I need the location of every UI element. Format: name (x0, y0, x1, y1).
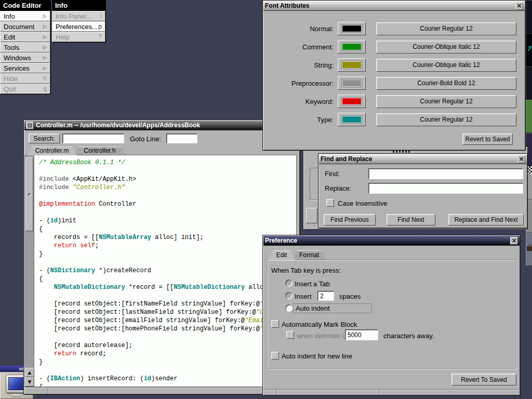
info-submenu: Info Info Panel...iPreferences...pHelp? (52, 0, 105, 42)
replace-input[interactable] (368, 183, 523, 194)
editor-resize-bar[interactable] (24, 387, 299, 394)
menu-item-edit[interactable]: Edit▷ (0, 32, 50, 42)
string-color-well[interactable] (338, 58, 366, 72)
scrollbar-knob[interactable] (25, 157, 33, 231)
delimiter-distance-input[interactable] (345, 329, 378, 340)
menu-item-label: Info (4, 12, 15, 20)
type-color-well[interactable] (338, 113, 366, 126)
find-next-button[interactable]: Find Next (387, 214, 435, 225)
code-line (39, 333, 296, 341)
when-delimiter-label: when delimiter i (297, 332, 343, 340)
menu-item-tools[interactable]: Tools▷ (0, 42, 50, 52)
normal-font-button[interactable]: Courier Regular 12 (376, 22, 516, 35)
comment-color-swatch (342, 43, 362, 50)
menu-item-quit[interactable]: Quitq (0, 84, 50, 94)
tab-key-heading: When Tab key is press: (271, 267, 341, 274)
code-line: return self; (39, 242, 296, 250)
font-attributes-titlebar[interactable]: Font Attributes × (263, 1, 525, 11)
tab-controller-h[interactable]: Controller.h (74, 147, 126, 155)
auto-indent-new-line-checkbox[interactable] (271, 352, 279, 360)
menu-item-services[interactable]: Services▷ (0, 63, 50, 73)
preprocessor-font-button[interactable]: Courier-Bold Bold 12 (376, 77, 516, 90)
code-line (39, 192, 296, 200)
scroll-up-button[interactable]: ▲ (25, 368, 34, 377)
search-button[interactable]: Search: (29, 134, 60, 143)
font-attr-label: Keyword: (263, 98, 334, 105)
menu-key-equivalent: ? (98, 33, 102, 41)
miniaturize-button[interactable] (26, 122, 34, 129)
preference-tabbar: Edit Format (268, 250, 515, 260)
close-icon[interactable]: × (517, 155, 525, 163)
when-delimiter-checkbox[interactable] (286, 331, 294, 339)
auto-indent-radio[interactable] (285, 304, 292, 312)
menu-item-label: Info Panel... (56, 12, 91, 20)
editor-titlebar[interactable]: Controller.m -- /usr/home/dvu/devel/Apps… (24, 121, 299, 130)
menu-item-windows[interactable]: Windows▷ (0, 52, 50, 63)
info-submenu-title[interactable]: Info (52, 0, 105, 11)
string-font-button[interactable]: Courier-Oblique Italic 12 (376, 59, 516, 72)
goto-line-input[interactable] (166, 134, 197, 143)
code-line (39, 291, 296, 300)
wterm-monitor-stand (12, 394, 21, 396)
replace-and-find-next-button[interactable]: Replace and Find Next (448, 214, 524, 225)
menu-item-hide[interactable]: Hideh (0, 73, 50, 84)
code-line: } (39, 358, 296, 366)
insert-spaces-label: Insert (295, 292, 312, 300)
code-line: #include "Controller.h" (39, 183, 296, 192)
comment-color-well[interactable] (338, 40, 366, 54)
preference-resize-bar[interactable] (263, 389, 520, 395)
menu-item-info-panel[interactable]: Info Panel...i (52, 11, 105, 21)
code-line (39, 258, 296, 267)
code-line: /* AddressBook 0.1.1 */ (39, 158, 296, 167)
insert-spaces-radio[interactable] (285, 292, 292, 299)
dock-tile-briefcase[interactable] (526, 233, 532, 266)
menu-item-info[interactable]: Info▷ (0, 11, 50, 21)
type-font-button[interactable]: Courier Regular 12 (376, 113, 516, 126)
revert-to-saved-button[interactable]: Revert to Saved (462, 134, 513, 145)
dock-tile-glyph: 7 (527, 45, 531, 52)
find-replace-title: Find and Replace (321, 155, 372, 163)
vertical-scrollbar[interactable]: ▲ ▼ (25, 155, 34, 387)
submenu-arrow-icon: ▷ (43, 45, 47, 50)
desktop: 7 wterm Controller.m -- /usr/home/dvu/de… (0, 0, 532, 399)
dock-tile-image[interactable] (526, 100, 532, 133)
keyword-color-well[interactable] (338, 95, 366, 108)
insert-a-tab-radio[interactable] (285, 280, 292, 287)
automatically-mark-block-checkbox[interactable] (271, 320, 279, 328)
revert-to-saved-button[interactable]: Revert To Saved (451, 374, 516, 385)
search-input[interactable] (62, 134, 124, 143)
find-previous-button[interactable]: Find Previous (324, 214, 376, 225)
keyword-font-button[interactable]: Courier Regular 12 (376, 95, 516, 108)
scroll-down-button[interactable]: ▼ (25, 377, 34, 387)
resize-bar-divider (379, 390, 380, 395)
code-line (39, 167, 296, 175)
find-replace-titlebar[interactable]: Find and Replace × (319, 154, 527, 164)
comment-font-button[interactable]: Courier-Oblique Italic 12 (376, 41, 516, 54)
normal-color-well[interactable] (338, 22, 366, 35)
preference-window: Preference × Edit Format When Tab key is… (262, 235, 521, 396)
font-attr-row-string: String:Courier-Oblique Italic 12 (263, 58, 525, 72)
main-menu-title[interactable]: Code Editor (0, 0, 50, 11)
preference-titlebar[interactable]: Preference × (263, 236, 520, 246)
menu-item-preferences[interactable]: Preferences...p (52, 21, 105, 32)
case-insensitive-checkbox[interactable] (326, 199, 334, 207)
find-input[interactable] (368, 168, 523, 179)
tab-format[interactable]: Format (292, 250, 326, 260)
font-attr-label: String: (263, 61, 334, 69)
dock-tile-3[interactable] (526, 66, 532, 100)
preprocessor-color-well[interactable] (338, 76, 366, 90)
menu-item-document[interactable]: Document▷ (0, 21, 50, 32)
code-line: } (39, 250, 296, 258)
close-icon[interactable]: × (515, 2, 523, 10)
submenu-arrow-icon: ▷ (43, 65, 47, 71)
close-icon[interactable]: × (510, 237, 518, 245)
dock-tile-1[interactable] (526, 0, 532, 33)
font-attributes-rows: Normal:Courier Regular 12Comment:Courier… (263, 11, 525, 150)
tab-edit[interactable]: Edit (268, 250, 295, 260)
dock-tile-terminal[interactable]: 7 (526, 33, 532, 66)
tab-controller-m[interactable]: Controller.m (27, 147, 77, 155)
resize-bar-divider (48, 388, 49, 394)
spaces-count-input[interactable] (317, 291, 334, 301)
code-editor-content[interactable]: /* AddressBook 0.1.1 */ #include <AppKit… (34, 155, 296, 387)
menu-item-help[interactable]: Help? (52, 32, 105, 42)
